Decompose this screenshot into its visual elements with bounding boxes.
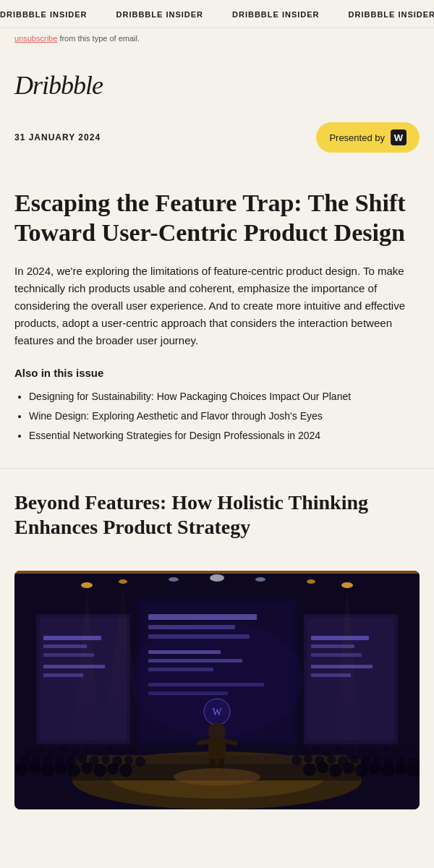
svg-point-97 <box>329 764 342 777</box>
svg-point-41 <box>169 577 179 582</box>
svg-point-60 <box>369 748 378 757</box>
svg-point-78 <box>327 755 336 764</box>
svg-point-55 <box>312 746 319 754</box>
article-intro: In 2024, we're exploring the limitations… <box>14 263 420 349</box>
svg-point-69 <box>78 754 87 763</box>
svg-rect-12 <box>43 665 105 668</box>
svg-point-56 <box>323 748 331 757</box>
svg-point-73 <box>124 756 133 765</box>
svg-point-99 <box>355 764 368 777</box>
svg-point-53 <box>129 747 137 754</box>
svg-point-98 <box>343 762 354 774</box>
logo-area: Dribbble <box>0 48 434 115</box>
svg-point-45 <box>37 746 44 754</box>
svg-rect-9 <box>43 636 101 640</box>
webflow-w-svg: W <box>391 129 407 145</box>
svg-point-40 <box>210 574 224 582</box>
svg-point-86 <box>15 763 28 776</box>
svg-rect-16 <box>148 614 257 620</box>
svg-point-46 <box>48 748 56 757</box>
svg-point-61 <box>381 746 388 754</box>
svg-point-62 <box>392 747 401 756</box>
svg-point-67 <box>55 755 64 764</box>
svg-point-63 <box>404 747 412 754</box>
ticker-bar: DRIBBBLE INSIDER DRIBBBLE INSIDER DRIBBB… <box>0 0 434 28</box>
ticker-item-2: DRIBBBLE INSIDER <box>116 10 204 19</box>
article-title: Escaping the Feature Trap: The Shift Tow… <box>14 189 420 248</box>
svg-point-95 <box>303 763 316 776</box>
svg-point-91 <box>81 762 93 774</box>
issue-list: Designing for Sustainability: How Packag… <box>14 388 420 446</box>
svg-point-90 <box>67 764 80 777</box>
svg-point-110 <box>174 768 260 786</box>
article-section: Escaping the Feature Trap: The Shift Tow… <box>0 174 434 468</box>
ticker-item-3: DRIBBBLE INSIDER <box>232 10 320 19</box>
svg-point-49 <box>83 747 90 754</box>
also-in-issue-label: Also in this issue <box>14 367 420 379</box>
svg-point-42 <box>255 577 265 582</box>
svg-point-54 <box>299 747 308 756</box>
svg-point-52 <box>117 747 126 756</box>
svg-point-96 <box>317 762 328 773</box>
unsub-bar: unsubscribe from this type of email. <box>0 28 434 48</box>
ticker-item-1: DRIBBBLE INSIDER <box>0 10 88 19</box>
svg-rect-13 <box>43 673 83 677</box>
svg-point-76 <box>304 754 312 763</box>
header-row: 31 JANUARY 2024 Presented by W <box>0 115 434 174</box>
svg-point-44 <box>25 747 33 756</box>
presented-by-label: Presented by <box>329 132 385 143</box>
svg-rect-43 <box>14 571 420 574</box>
svg-point-111 <box>130 621 304 737</box>
svg-point-94 <box>119 764 132 777</box>
presented-by-button[interactable]: Presented by W <box>316 122 420 153</box>
ticker-item-4: DRIBBBLE INSIDER <box>349 10 434 19</box>
svg-point-75 <box>292 755 302 765</box>
svg-point-74 <box>135 757 145 767</box>
svg-point-89 <box>55 762 67 774</box>
svg-text:W: W <box>394 132 404 143</box>
svg-rect-30 <box>311 653 362 657</box>
list-item: Designing for Sustainability: How Packag… <box>29 388 420 406</box>
svg-point-59 <box>358 747 365 754</box>
svg-point-88 <box>41 764 54 777</box>
svg-point-35 <box>119 579 127 584</box>
date-label: 31 JANUARY 2024 <box>14 132 101 142</box>
dribbble-logo[interactable]: Dribbble <box>14 71 103 100</box>
section2: Beyond Features: How Holistic Thinking E… <box>0 469 434 571</box>
svg-point-57 <box>335 746 342 753</box>
unsub-text: from this type of email. <box>57 34 140 43</box>
conference-image: W <box>14 571 420 809</box>
ticker-inner: DRIBBBLE INSIDER DRIBBBLE INSIDER DRIBBB… <box>0 10 434 19</box>
svg-point-51 <box>106 746 114 754</box>
svg-point-87 <box>29 762 41 773</box>
conference-svg: W <box>14 571 420 809</box>
svg-point-58 <box>346 747 354 756</box>
svg-point-102 <box>395 763 407 775</box>
svg-point-33 <box>81 582 93 588</box>
svg-point-92 <box>93 764 106 777</box>
unsubscribe-link[interactable]: unsubscribe <box>14 34 57 43</box>
webflow-icon: W <box>391 129 407 145</box>
svg-point-100 <box>369 762 380 774</box>
list-item: Essential Networking Strategies for Desi… <box>29 427 420 445</box>
svg-point-48 <box>71 747 80 756</box>
svg-rect-10 <box>43 644 87 648</box>
svg-rect-28 <box>311 636 369 640</box>
svg-point-71 <box>101 755 110 764</box>
svg-point-65 <box>32 754 41 763</box>
svg-point-93 <box>107 763 119 775</box>
svg-point-101 <box>381 764 394 777</box>
section2-title: Beyond Features: How Holistic Thinking E… <box>14 490 420 539</box>
svg-point-50 <box>94 748 103 757</box>
svg-point-39 <box>307 579 315 584</box>
svg-point-37 <box>341 582 353 588</box>
list-item: Wine Design: Exploring Aesthetic and Fla… <box>29 407 420 425</box>
svg-point-47 <box>60 746 67 753</box>
svg-point-80 <box>350 754 359 763</box>
